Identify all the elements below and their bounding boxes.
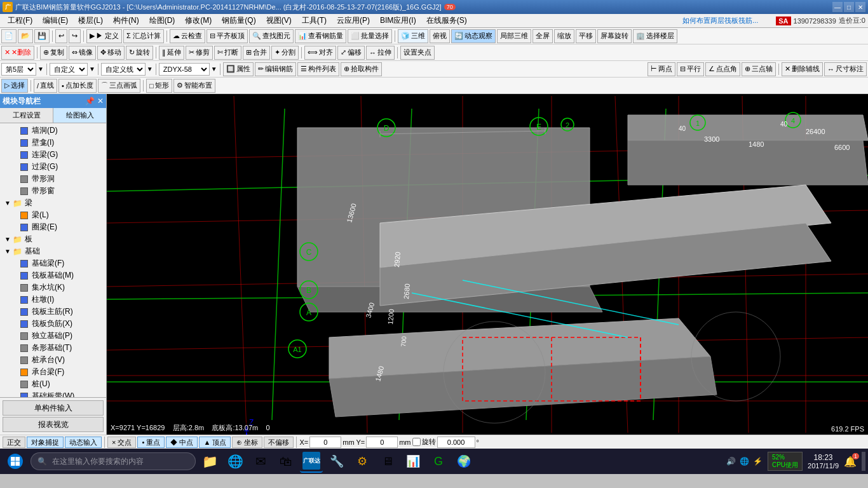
mirror-button[interactable]: ⇔ 镜像 <box>69 46 96 60</box>
single-component-button[interactable]: 单构件输入 <box>3 400 104 416</box>
type-selector[interactable]: 自定义 <box>50 63 88 76</box>
menu-component[interactable]: 构件(N) <box>108 14 144 27</box>
rotate-checkbox[interactable] <box>412 438 421 446</box>
select-floor-button[interactable]: 🏢 选择楼层 <box>633 29 677 43</box>
align-button[interactable]: ⟺ 对齐 <box>304 46 336 60</box>
component-list-button[interactable]: ☰ 构件列表 <box>297 62 339 76</box>
split-button[interactable]: ✦ 分割 <box>271 46 299 60</box>
menu-file[interactable]: 工程(F) <box>3 14 37 27</box>
zoom-button[interactable]: 缩放 <box>554 29 574 43</box>
fullscreen-button[interactable]: 全屏 <box>532 29 553 43</box>
stretch-button[interactable]: ↔ 拉伸 <box>366 46 395 60</box>
rotate-input[interactable] <box>437 437 475 448</box>
taskbar-app-browser[interactable]: 🌐 <box>224 450 247 473</box>
taskbar-app-task1[interactable]: 🔧 <box>325 450 348 473</box>
select-tool-button[interactable]: ▷ 选择 <box>1 79 28 93</box>
calculate-button[interactable]: Σ 汇总计算 <box>123 29 164 43</box>
menu-draw[interactable]: 绘图(D) <box>144 14 180 27</box>
tree-item-8[interactable]: 圈梁(E) <box>1 221 105 233</box>
delete-aux-button[interactable]: ✕ 删除辅线 <box>782 62 823 76</box>
point-length-button[interactable]: • 点加长度 <box>58 79 97 93</box>
taskbar-app-task3[interactable]: 🖥 <box>376 450 399 473</box>
snap-dynamic-button[interactable]: 动态输入 <box>65 437 102 448</box>
menu-floor[interactable]: 楼层(L) <box>73 14 108 27</box>
line-type-selector[interactable]: 自定义线 <box>101 63 146 76</box>
arc-draw-button[interactable]: ⌒ 三点画弧 <box>98 79 140 93</box>
merge-button[interactable]: ⊞ 合并 <box>243 46 270 60</box>
undo-button[interactable]: ↩ <box>55 29 67 43</box>
view-steel-button[interactable]: 📊 查看钢筋量 <box>295 29 346 43</box>
taskbar-app-mail[interactable]: ✉ <box>249 450 272 473</box>
tree-item-11[interactable]: 基础梁(F) <box>1 257 105 269</box>
pick-component-button[interactable]: ⊕ 拾取构件 <box>341 62 382 76</box>
x-input[interactable] <box>309 437 341 448</box>
axis-dim-button[interactable]: ⊕ 三点轴 <box>742 62 776 76</box>
canvas-area[interactable]: D E 2 1 4 C B A <box>107 94 868 435</box>
redo-button[interactable]: ↪ <box>69 29 81 43</box>
edit-rebar-button[interactable]: ✏ 编辑钢筋 <box>255 62 296 76</box>
tray-icon-3[interactable]: ⚡ <box>753 457 763 466</box>
show-desktop-button[interactable] <box>862 452 865 471</box>
tree-item-3[interactable]: 过梁(G) <box>1 161 105 173</box>
snap-midpoint-button[interactable]: ◆ 中点 <box>166 437 198 448</box>
menu-edit[interactable]: 编辑(E) <box>37 14 73 27</box>
code-selector[interactable]: ZDYX-58 <box>159 63 210 76</box>
property-button[interactable]: 🔲 属性 <box>223 62 254 76</box>
tree-item-13[interactable]: 集水坑(K) <box>1 281 105 294</box>
taskbar-app-ggj[interactable]: 广联达 <box>300 450 323 473</box>
top-view-button[interactable]: 俯视 <box>430 29 450 43</box>
tray-icon-2[interactable]: 🌐 <box>740 457 749 466</box>
report-preview-button[interactable]: 报表视览 <box>3 417 104 432</box>
delete-button[interactable]: ✕ ✕删除 <box>1 46 34 60</box>
taskbar-app-task4[interactable]: 📊 <box>402 450 424 473</box>
snap-vertex-button[interactable]: ▲ 顶点 <box>199 437 231 448</box>
tree-item-4[interactable]: 带形洞 <box>1 173 105 185</box>
offset-button[interactable]: ⤢ 偏移 <box>337 46 365 60</box>
set-grip-button[interactable]: 设置夹点 <box>400 46 435 60</box>
nav-close-button[interactable]: ✕ <box>97 97 104 105</box>
tree-item-19[interactable]: 桩承台(V) <box>1 354 105 366</box>
menu-tools[interactable]: 工具(T) <box>297 14 332 27</box>
minimize-button[interactable]: — <box>832 2 843 12</box>
menu-online[interactable]: 在线服务(S) <box>421 14 472 27</box>
tree-item-22[interactable]: 基础板带(W) <box>1 390 105 397</box>
snap-coord-button[interactable]: ⊕ 坐标 <box>232 437 262 448</box>
notification-button[interactable]: 🔔 1 <box>844 456 857 468</box>
maximize-button[interactable]: □ <box>844 2 854 12</box>
open-file-button[interactable]: 📂 <box>18 29 33 43</box>
start-button[interactable] <box>3 450 28 473</box>
menu-view[interactable]: 视图(V) <box>261 14 297 27</box>
tree-item-2[interactable]: 连梁(G) <box>1 149 105 161</box>
tree-item-0[interactable]: 墙洞(D) <box>1 125 105 137</box>
line-draw-button[interactable]: / 直线 <box>34 79 57 93</box>
rotate-button[interactable]: ↻ 旋转 <box>126 46 153 60</box>
3d-button[interactable]: 🧊 三维 <box>398 29 428 43</box>
batch-select-button[interactable]: ⬜ 批量选择 <box>348 29 392 43</box>
extend-button[interactable]: ‖ 延伸 <box>159 46 184 60</box>
break-button[interactable]: ✄ 打断 <box>214 46 241 60</box>
tree-item-6[interactable]: ▼📁梁 <box>1 197 105 209</box>
move-button[interactable]: ✥ 移动 <box>97 46 125 60</box>
taskbar-app-task5[interactable]: G <box>427 450 450 473</box>
copy-button[interactable]: ⊕ 复制 <box>40 46 67 60</box>
tree-item-18[interactable]: 条形基础(T) <box>1 342 105 354</box>
parallel-dim-button[interactable]: ⊟ 平行 <box>677 62 704 76</box>
tree-item-17[interactable]: 独立基础(P) <box>1 330 105 342</box>
smart-layout-button[interactable]: ⚙ 智能布置 <box>173 79 215 93</box>
tree-item-10[interactable]: ▼📁基础 <box>1 245 105 257</box>
tree-item-16[interactable]: 筏板负筋(X) <box>1 318 105 330</box>
menu-modify[interactable]: 修改(M) <box>180 14 217 27</box>
rect-button[interactable]: □ 矩形 <box>146 79 172 93</box>
two-point-dim-button[interactable]: ⊢ 两点 <box>648 62 675 76</box>
snap-intersection-button[interactable]: × 交点 <box>107 437 136 448</box>
close-button[interactable]: ✕ <box>855 2 865 12</box>
tree-item-1[interactable]: 壁龛(I) <box>1 137 105 149</box>
angle-dim-button[interactable]: ∠ 点点角 <box>705 62 740 76</box>
new-file-button[interactable]: 📄 <box>1 29 17 43</box>
dim-annotation-button[interactable]: ↔ 尺寸标注 <box>824 62 867 76</box>
drawing-input-button[interactable]: 绘图输入 <box>53 108 106 123</box>
align-slab-button[interactable]: ⊟ 平齐板顶 <box>207 29 248 43</box>
snap-no-offset-button[interactable]: 不偏移 <box>264 437 294 448</box>
tree-item-14[interactable]: 柱墩(I) <box>1 294 105 306</box>
tree-item-5[interactable]: 带形窗 <box>1 185 105 197</box>
